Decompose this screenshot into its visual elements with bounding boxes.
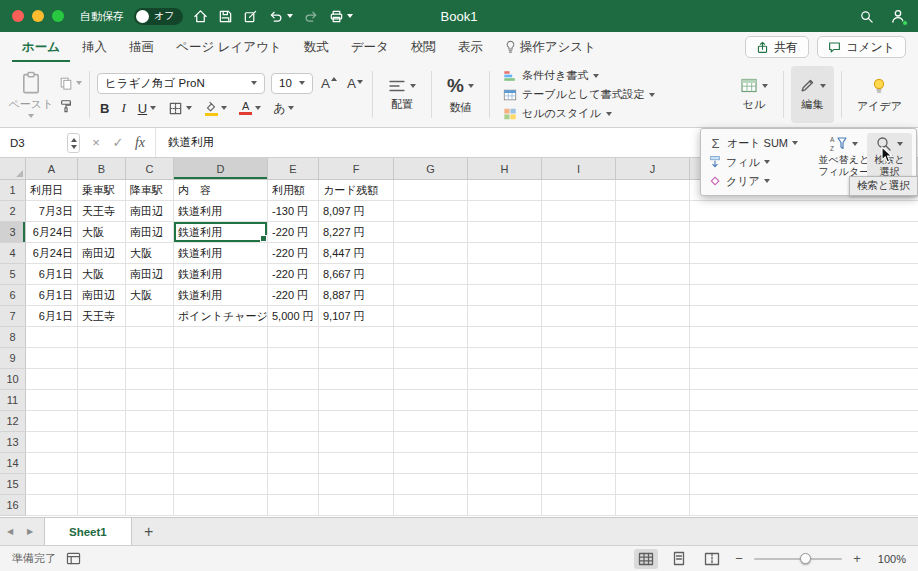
cell-D14[interactable] [174, 453, 268, 474]
cell-F11[interactable] [319, 390, 394, 411]
cell-C11[interactable] [126, 390, 174, 411]
undo-dropdown-icon[interactable] [287, 14, 293, 18]
copy-button[interactable] [59, 76, 82, 90]
cell-F15[interactable] [319, 474, 394, 495]
cell-B5[interactable]: 大阪 [78, 264, 126, 285]
cell-F16[interactable] [319, 495, 394, 516]
home-icon[interactable] [193, 9, 208, 24]
cell-H2[interactable] [468, 201, 542, 222]
cell-E5[interactable]: -220 円 [268, 264, 319, 285]
cell-F7[interactable]: 9,107 円 [319, 306, 394, 327]
cell-H12[interactable] [468, 411, 542, 432]
cell-H15[interactable] [468, 474, 542, 495]
cell-G1[interactable] [394, 180, 468, 201]
decrease-font-size-button[interactable]: A [345, 76, 365, 91]
zoom-slider-knob[interactable] [800, 553, 811, 564]
copy-dropdown-icon[interactable] [76, 81, 82, 85]
cell-I5[interactable] [542, 264, 616, 285]
cell-G4[interactable] [394, 243, 468, 264]
cell-C1[interactable]: 降車駅 [126, 180, 174, 201]
sheet-nav-left-icon[interactable]: ◀ [0, 518, 20, 545]
cell-H3[interactable] [468, 222, 542, 243]
search-icon[interactable] [859, 9, 874, 24]
comments-button[interactable]: コメント [817, 36, 906, 58]
col-header-F[interactable]: F [319, 158, 394, 180]
cell-J4[interactable] [616, 243, 690, 264]
minimize-window-button[interactable] [32, 10, 44, 22]
cell-E9[interactable] [268, 348, 319, 369]
cell-I16[interactable] [542, 495, 616, 516]
cell-E1[interactable]: 利用額 [268, 180, 319, 201]
cell-D12[interactable] [174, 411, 268, 432]
cell-C2[interactable]: 南田辺 [126, 201, 174, 222]
insert-function-icon[interactable]: fx [129, 135, 151, 151]
cell-B15[interactable] [78, 474, 126, 495]
cell-G12[interactable] [394, 411, 468, 432]
cell-H4[interactable] [468, 243, 542, 264]
cell-E15[interactable] [268, 474, 319, 495]
col-header-D[interactable]: D [174, 158, 268, 180]
cell-A6[interactable]: 6月1日 [26, 285, 78, 306]
underline-button[interactable]: U [135, 101, 159, 116]
cell-G13[interactable] [394, 432, 468, 453]
cell-I6[interactable] [542, 285, 616, 306]
cell-J1[interactable] [616, 180, 690, 201]
name-box-stepper[interactable] [67, 133, 80, 153]
cell-E8[interactable] [268, 327, 319, 348]
cell-B8[interactable] [78, 327, 126, 348]
cell-A16[interactable] [26, 495, 78, 516]
cell-C8[interactable] [126, 327, 174, 348]
cell-A10[interactable] [26, 369, 78, 390]
col-header-I[interactable]: I [542, 158, 616, 180]
autosave-toggle[interactable]: オフ [134, 8, 183, 25]
tab-数式[interactable]: 数式 [294, 32, 339, 62]
cell-B13[interactable] [78, 432, 126, 453]
cell-C3[interactable]: 南田辺 [126, 222, 174, 243]
cell-styles-button[interactable]: セルのスタイル [503, 106, 656, 121]
row-header-14[interactable]: 14 [0, 453, 26, 474]
share-button[interactable]: 共有 [745, 36, 809, 58]
cell-D10[interactable] [174, 369, 268, 390]
cell-F3[interactable]: 8,227 円 [319, 222, 394, 243]
cell-F9[interactable] [319, 348, 394, 369]
fill-button[interactable]: フィル [705, 153, 821, 171]
cell-E2[interactable]: -130 円 [268, 201, 319, 222]
cell-B10[interactable] [78, 369, 126, 390]
cell-C10[interactable] [126, 369, 174, 390]
account-avatar[interactable] [890, 8, 906, 24]
font-name-select[interactable]: ヒラギノ角ゴ ProN [97, 73, 265, 94]
row-header-6[interactable]: 6 [0, 285, 26, 306]
cell-H11[interactable] [468, 390, 542, 411]
cell-J10[interactable] [616, 369, 690, 390]
format-painter-button[interactable] [59, 99, 82, 113]
ideas-button[interactable]: アイデア [849, 66, 910, 123]
cell-D8[interactable] [174, 327, 268, 348]
zoom-out-button[interactable]: − [733, 551, 745, 566]
cell-J9[interactable] [616, 348, 690, 369]
cell-I8[interactable] [542, 327, 616, 348]
row-header-9[interactable]: 9 [0, 348, 26, 369]
cell-C13[interactable] [126, 432, 174, 453]
font-color-button[interactable]: A [236, 101, 264, 115]
cell-E13[interactable] [268, 432, 319, 453]
row-header-2[interactable]: 2 [0, 201, 26, 222]
compose-icon[interactable] [243, 9, 258, 24]
cell-G7[interactable] [394, 306, 468, 327]
cell-G6[interactable] [394, 285, 468, 306]
cell-B4[interactable]: 南田辺 [78, 243, 126, 264]
cell-D15[interactable] [174, 474, 268, 495]
font-size-select[interactable]: 10 [271, 73, 313, 94]
sheet-nav-right-icon[interactable]: ▶ [20, 518, 40, 545]
cell-J13[interactable] [616, 432, 690, 453]
cell-C12[interactable] [126, 411, 174, 432]
col-header-E[interactable]: E [268, 158, 319, 180]
cell-E3[interactable]: -220 円 [268, 222, 319, 243]
cell-H6[interactable] [468, 285, 542, 306]
cell-I2[interactable] [542, 201, 616, 222]
cell-G8[interactable] [394, 327, 468, 348]
cell-A8[interactable] [26, 327, 78, 348]
cell-B14[interactable] [78, 453, 126, 474]
cell-J3[interactable] [616, 222, 690, 243]
cell-E14[interactable] [268, 453, 319, 474]
cell-C15[interactable] [126, 474, 174, 495]
